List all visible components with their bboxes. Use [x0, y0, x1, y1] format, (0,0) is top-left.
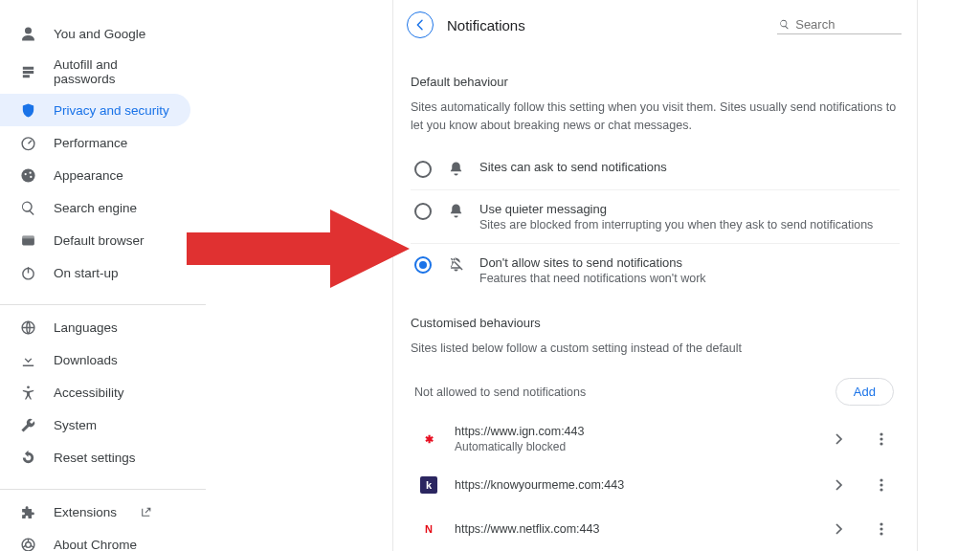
svg-point-17	[880, 489, 882, 492]
sidebar-item-label: Appearance	[54, 168, 123, 183]
sidebar-item-label: Extensions	[54, 505, 117, 519]
sidebar-item-on-start-up[interactable]: On start-up	[0, 256, 190, 289]
sidebar-item-about-chrome[interactable]: About Chrome	[0, 528, 190, 551]
site-subtitle: Automatically blocked	[455, 440, 810, 453]
sidebar-item-label: You and Google	[54, 27, 145, 41]
block-heading: Not allowed to send notifications	[414, 386, 586, 399]
chevron-right-icon[interactable]	[827, 427, 852, 452]
wrench-icon	[19, 416, 36, 433]
palette-icon	[19, 166, 36, 184]
open-external-icon	[140, 506, 152, 518]
sidebar-item-extensions[interactable]: Extensions	[0, 496, 190, 528]
person-icon	[19, 25, 36, 42]
sidebar-item-label: About Chrome	[54, 538, 137, 552]
site-url: https://knowyourmeme.com:443	[455, 478, 810, 492]
custom-desc: Sites listed below follow a custom setti…	[411, 340, 900, 358]
sidebar-item-appearance[interactable]: Appearance	[0, 159, 190, 191]
accessibility-icon	[19, 384, 36, 401]
site-favicon: N	[420, 520, 437, 538]
site-favicon: k	[420, 476, 437, 494]
svg-point-3	[29, 171, 31, 173]
bell-icon	[447, 203, 464, 219]
more-button[interactable]	[869, 473, 894, 497]
back-button[interactable]	[407, 11, 434, 38]
globe-icon	[19, 319, 36, 336]
search-box[interactable]	[777, 15, 902, 34]
bell-icon	[447, 161, 464, 177]
radio-title: Sites can ask to send notifications	[479, 160, 667, 174]
chevron-right-icon[interactable]	[827, 473, 852, 497]
speed-icon	[19, 134, 36, 151]
sidebar-item-label: Languages	[54, 320, 118, 335]
default-behaviour-heading: Default behaviour	[411, 75, 900, 89]
content-panel: Notifications Default behaviour Sites au…	[392, 0, 918, 551]
sidebar-item-autofill-and-passwords[interactable]: Autofill and passwords	[0, 50, 190, 94]
sidebar-item-performance[interactable]: Performance	[0, 126, 190, 159]
svg-point-13	[880, 438, 882, 441]
radio-button[interactable]	[414, 256, 432, 274]
sidebar-item-you-and-google[interactable]: You and Google	[0, 17, 190, 50]
svg-point-15	[880, 479, 882, 482]
sidebar-item-accessibility[interactable]: Accessibility	[0, 376, 190, 408]
site-row[interactable]: Nhttps://www.netflix.com:443	[411, 507, 900, 551]
radio-title: Don't allow sites to send notifications	[479, 255, 706, 270]
svg-point-19	[880, 528, 882, 531]
autofill-icon	[19, 63, 36, 80]
sidebar-item-label: Reset settings	[54, 451, 136, 465]
bell-off-icon	[447, 256, 464, 273]
radio-button[interactable]	[414, 203, 432, 220]
shield-icon	[19, 101, 36, 119]
sidebar-item-languages[interactable]: Languages	[0, 311, 190, 343]
default-behaviour-desc: Sites automatically follow this setting …	[411, 99, 900, 135]
sidebar-divider	[0, 304, 206, 305]
svg-point-2	[24, 172, 26, 174]
radio-subtitle: Sites are blocked from interrupting you …	[479, 218, 873, 231]
more-button[interactable]	[869, 427, 894, 452]
svg-point-1	[21, 168, 34, 182]
pointer-arrow-overlay	[187, 206, 412, 292]
sidebar-item-label: On start-up	[54, 266, 119, 280]
sidebar-item-search-engine[interactable]: Search engine	[0, 191, 190, 224]
sidebar-item-label: Search engine	[54, 201, 137, 215]
sidebar-item-default-browser[interactable]: Default browser	[0, 224, 190, 256]
site-favicon: ✱	[420, 430, 437, 448]
svg-point-16	[880, 484, 882, 487]
site-url: https://www.ign.com:443	[455, 425, 810, 438]
radio-subtitle: Features that need notifications won't w…	[479, 272, 706, 285]
svg-point-14	[880, 443, 882, 446]
add-button[interactable]: Add	[835, 378, 894, 406]
power-icon	[19, 264, 36, 281]
chrome-icon	[19, 536, 36, 551]
svg-point-18	[880, 523, 882, 526]
sidebar-item-system[interactable]: System	[0, 408, 190, 441]
radio-option-1[interactable]: Use quieter messagingSites are blocked f…	[411, 189, 900, 243]
sidebar-item-label: Downloads	[54, 353, 118, 367]
sidebar-item-label: Privacy and security	[54, 103, 169, 118]
svg-point-11	[25, 541, 31, 547]
custom-heading: Customised behaviours	[411, 316, 900, 330]
radio-button[interactable]	[414, 161, 432, 178]
chevron-right-icon[interactable]	[827, 517, 852, 541]
search-input[interactable]	[795, 17, 900, 32]
sidebar-item-label: Performance	[54, 136, 127, 150]
radio-option-0[interactable]: Sites can ask to send notifications	[411, 148, 900, 189]
sidebar-item-downloads[interactable]: Downloads	[0, 343, 190, 376]
search-icon	[19, 199, 36, 216]
sidebar-item-label: Default browser	[54, 233, 145, 248]
radio-option-2[interactable]: Don't allow sites to send notificationsF…	[411, 243, 900, 297]
page-title: Notifications	[447, 17, 764, 33]
site-row[interactable]: khttps://knowyourmeme.com:443	[411, 463, 900, 507]
svg-point-4	[30, 175, 32, 177]
sidebar-item-label: Accessibility	[54, 386, 124, 400]
sidebar-item-label: System	[54, 418, 97, 432]
svg-point-20	[880, 533, 882, 536]
extension-icon	[19, 503, 36, 520]
more-button[interactable]	[869, 517, 894, 541]
radio-title: Use quieter messaging	[479, 202, 873, 216]
sidebar-item-label: Autofill and passwords	[54, 57, 175, 86]
site-row[interactable]: ✱https://www.ign.com:443Automatically bl…	[411, 415, 900, 463]
svg-point-12	[880, 433, 882, 436]
sidebar-item-reset-settings[interactable]: Reset settings	[0, 441, 190, 474]
sidebar-item-privacy-and-security[interactable]: Privacy and security	[0, 94, 190, 126]
search-icon	[779, 18, 790, 31]
